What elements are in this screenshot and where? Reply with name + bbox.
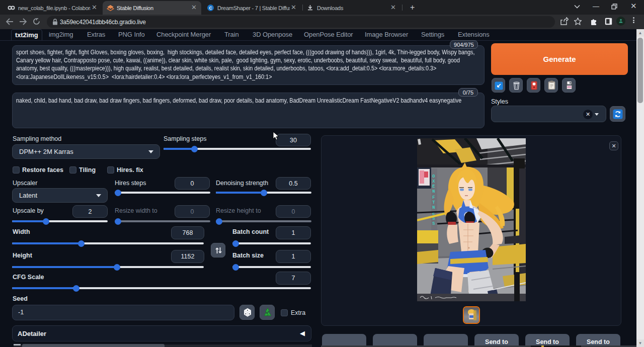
svg-text:E: E [432,184,435,189]
svg-text:N: N [432,205,435,210]
svg-text:X: X [432,179,435,184]
svg-text:F: F [432,195,435,200]
svg-text:N: N [432,189,435,194]
svg-text:T: T [432,200,435,205]
svg-text:S: S [432,221,435,226]
svg-text:O: O [432,174,435,179]
svg-text:C: C [209,6,212,11]
